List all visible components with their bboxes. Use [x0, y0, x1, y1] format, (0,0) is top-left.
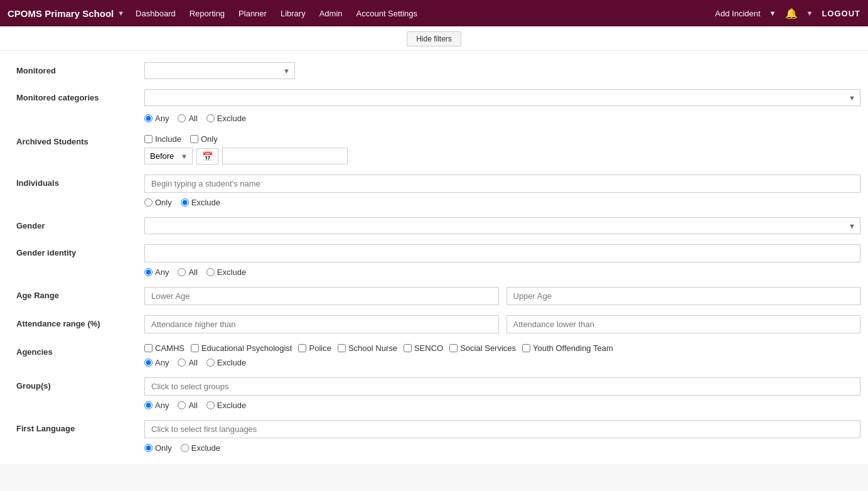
monitored-any-radio[interactable]: [144, 114, 153, 122]
include-label[interactable]: Include: [144, 134, 181, 144]
first-language-exclude-radio[interactable]: [181, 444, 189, 452]
hide-filters-button[interactable]: Hide filters: [407, 31, 461, 46]
monitored-any-label[interactable]: Any: [144, 114, 169, 123]
agency-social-services[interactable]: Social Services: [449, 343, 516, 353]
nav-admin[interactable]: Admin: [319, 9, 343, 18]
gender-select[interactable]: [144, 217, 860, 234]
gender-identity-radio-group: Any All Exclude: [144, 266, 860, 277]
monitored-select[interactable]: [144, 62, 295, 79]
monitored-controls: ▼: [144, 62, 860, 79]
gender-identity-all-radio[interactable]: [178, 268, 186, 276]
agencies-exclude-label[interactable]: Exclude: [206, 358, 246, 367]
only-label[interactable]: Only: [190, 134, 218, 144]
logout-button[interactable]: LOGOUT: [822, 9, 860, 18]
agencies-label: Agencies: [6, 343, 144, 357]
brand-dropdown-icon[interactable]: ▼: [117, 9, 124, 17]
groups-all-label[interactable]: All: [178, 401, 197, 410]
individuals-only-radio[interactable]: [144, 198, 153, 207]
monitored-categories-label: Monitored categories: [6, 89, 144, 102]
gender-identity-exclude-radio[interactable]: [206, 268, 215, 276]
monitored-all-radio[interactable]: [178, 114, 186, 122]
agency-senco-checkbox[interactable]: [404, 344, 412, 352]
individuals-exclude-label[interactable]: Exclude: [181, 198, 220, 207]
attendance-label: Attendance range (%): [6, 315, 144, 328]
groups-any-radio[interactable]: [144, 401, 153, 409]
individuals-only-label[interactable]: Only: [144, 198, 172, 207]
groups-exclude-radio[interactable]: [206, 401, 215, 409]
first-language-only-label[interactable]: Only: [144, 443, 172, 453]
agencies-row: Agencies CAMHS Educational Psychologist …: [6, 338, 868, 372]
monitored-exclude-label[interactable]: Exclude: [206, 114, 246, 123]
first-language-label: First Language: [6, 420, 144, 433]
add-incident-button[interactable]: Add Incident: [715, 9, 760, 18]
upper-age-input[interactable]: [506, 287, 861, 305]
bell-icon[interactable]: 🔔: [785, 8, 798, 19]
gender-identity-input[interactable]: [144, 244, 860, 262]
agencies-all-radio[interactable]: [178, 359, 186, 367]
individuals-label: Individuals: [6, 175, 144, 188]
gender-identity-exclude-label[interactable]: Exclude: [206, 267, 246, 277]
attendance-lower-input[interactable]: [506, 315, 861, 333]
attendance-inputs: [144, 315, 860, 333]
archived-students-row: Archived Students Include Only Bef: [6, 128, 868, 170]
agency-police-checkbox[interactable]: [298, 344, 306, 352]
individuals-radio-group: Only Exclude: [144, 197, 860, 207]
nav-reporting[interactable]: Reporting: [190, 9, 225, 18]
monitored-radio-group: Any All Exclude: [144, 112, 860, 123]
individuals-exclude-radio[interactable]: [181, 198, 189, 207]
monitored-categories-select-wrapper: ▼: [144, 89, 860, 106]
first-language-input[interactable]: [144, 420, 860, 438]
groups-any-label[interactable]: Any: [144, 401, 169, 410]
agencies-exclude-radio[interactable]: [206, 359, 215, 367]
groups-label: Group(s): [6, 377, 144, 391]
agency-school-nurse[interactable]: School Nurse: [338, 343, 397, 353]
first-language-only-radio[interactable]: [144, 444, 153, 452]
groups-exclude-label[interactable]: Exclude: [206, 401, 246, 410]
monitored-categories-select[interactable]: [144, 89, 860, 106]
agency-police[interactable]: Police: [298, 343, 331, 353]
brand-name: CPOMS Primary School: [8, 8, 114, 19]
only-checkbox[interactable]: [190, 135, 198, 143]
before-select[interactable]: Before After: [144, 148, 193, 165]
agencies-any-label[interactable]: Any: [144, 358, 169, 367]
gender-identity-any-label[interactable]: Any: [144, 267, 169, 277]
agency-senco[interactable]: SENCO: [404, 343, 443, 353]
groups-input[interactable]: [144, 377, 860, 396]
agency-camhs-checkbox[interactable]: [144, 344, 153, 352]
monitored-exclude-radio[interactable]: [206, 114, 215, 122]
agency-camhs[interactable]: CAMHS: [144, 343, 185, 353]
filter-form: Monitored ▼ Monitored categories ▼: [0, 51, 868, 464]
nav-library[interactable]: Library: [281, 9, 306, 18]
include-checkbox[interactable]: [144, 135, 153, 143]
agency-youth-offending-checkbox[interactable]: [522, 344, 530, 352]
lower-age-input[interactable]: [144, 287, 499, 305]
monitored-row: Monitored ▼: [6, 57, 868, 84]
gender-select-wrapper: ▼: [144, 217, 860, 234]
nav-account-settings[interactable]: Account Settings: [356, 9, 418, 18]
agencies-all-label[interactable]: All: [178, 358, 197, 367]
agency-ep-checkbox[interactable]: [191, 344, 199, 352]
archived-students-label: Archived Students: [6, 133, 144, 146]
agency-educational-psychologist[interactable]: Educational Psychologist: [191, 343, 292, 353]
agency-social-services-checkbox[interactable]: [449, 344, 458, 352]
add-incident-arrow[interactable]: ▼: [769, 9, 776, 17]
monitored-all-label[interactable]: All: [178, 114, 197, 123]
groups-all-radio[interactable]: [178, 401, 186, 409]
nav-dashboard[interactable]: Dashboard: [136, 9, 176, 18]
agencies-radio-group: Any All Exclude: [144, 357, 860, 367]
agency-youth-offending[interactable]: Youth Offending Team: [522, 343, 613, 353]
bell-dropdown-icon[interactable]: ▼: [806, 9, 813, 17]
gender-identity-any-radio[interactable]: [144, 268, 153, 276]
individuals-input[interactable]: [144, 175, 860, 193]
first-language-exclude-label[interactable]: Exclude: [181, 443, 220, 453]
attendance-higher-input[interactable]: [144, 315, 499, 333]
gender-identity-all-label[interactable]: All: [178, 267, 197, 277]
age-range-label: Age Range: [6, 287, 144, 300]
date-input[interactable]: [222, 148, 348, 165]
gender-identity-row: Gender identity Any All Exclude: [6, 239, 868, 282]
individuals-row: Individuals Only Exclude: [6, 170, 868, 212]
calendar-icon[interactable]: 📅: [196, 148, 218, 165]
agency-school-nurse-checkbox[interactable]: [338, 344, 346, 352]
agencies-any-radio[interactable]: [144, 359, 153, 367]
nav-planner[interactable]: Planner: [238, 9, 267, 18]
